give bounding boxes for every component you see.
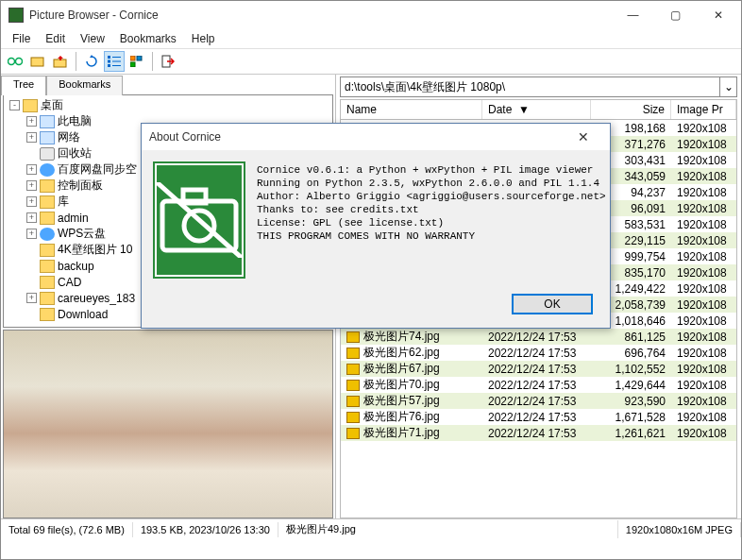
- tree-label: Download: [58, 308, 108, 321]
- svg-rect-16: [183, 190, 206, 203]
- maximize-button[interactable]: ▢: [654, 2, 697, 29]
- drive-icon: [40, 115, 55, 128]
- tree-label: careueyes_183: [58, 292, 135, 305]
- folder-icon: [40, 179, 55, 193]
- minimize-button[interactable]: —: [612, 2, 654, 29]
- file-row[interactable]: 极光图片70.jpg2022/12/24 17:531,429,6441920x…: [341, 377, 736, 393]
- jpg-icon: [346, 380, 360, 391]
- glasses-icon[interactable]: [5, 51, 25, 72]
- col-date[interactable]: Date ▼: [482, 100, 591, 119]
- svg-rect-5: [108, 56, 110, 59]
- tree-label: admin: [58, 212, 89, 225]
- folder-icon: [40, 276, 55, 289]
- file-row[interactable]: 极光图片74.jpg2022/12/24 17:53861,1251920x10…: [341, 329, 736, 345]
- col-image-props[interactable]: Image Pr: [671, 100, 736, 119]
- toolbar: [1, 48, 741, 75]
- about-close-button[interactable]: ✕: [565, 129, 602, 144]
- tree-label: WPS云盘: [58, 226, 106, 242]
- folder-icon: [40, 244, 55, 257]
- recycle-icon: [40, 147, 55, 161]
- cloud-icon: [40, 228, 55, 241]
- preview-pane: [3, 330, 333, 518]
- jpg-icon: [346, 348, 360, 359]
- svg-rect-12: [137, 56, 142, 60]
- tree-label: 此电脑: [58, 113, 92, 129]
- tree-label: backup: [58, 260, 94, 273]
- about-text: Cornice v0.6.1: a Python + wxPython + PI…: [257, 163, 606, 277]
- preview-image: [4, 331, 332, 518]
- svg-line-18: [157, 182, 242, 258]
- titlebar: Picture Browser - Cornice — ▢ ✕: [1, 1, 741, 29]
- tree-label: 桌面: [41, 97, 63, 113]
- tab-tree[interactable]: Tree: [1, 76, 46, 95]
- menu-edit[interactable]: Edit: [38, 30, 73, 47]
- svg-rect-6: [108, 60, 110, 63]
- exit-icon[interactable]: [158, 51, 178, 72]
- status-fileinfo: 193.5 KB, 2023/10/26 13:30: [133, 522, 278, 537]
- folder-icon: [40, 260, 55, 273]
- jpg-icon: [346, 412, 360, 423]
- refresh-icon[interactable]: [81, 51, 102, 72]
- thumbnail-view-icon[interactable]: [126, 51, 147, 72]
- window-title: Picture Browser - Cornice: [29, 8, 612, 22]
- path-input[interactable]: [340, 76, 720, 97]
- svg-rect-11: [130, 56, 135, 60]
- menu-view[interactable]: View: [73, 30, 112, 47]
- svg-rect-7: [108, 64, 110, 67]
- file-row[interactable]: 极光图片76.jpg2022/12/24 17:531,671,5281920x…: [341, 409, 736, 425]
- tree-label: 百度网盘同步空: [58, 161, 137, 178]
- drive-icon: [40, 131, 55, 144]
- jpg-icon: [346, 364, 360, 375]
- file-row[interactable]: 极光图片71.jpg2022/12/24 17:531,261,6211920x…: [341, 425, 736, 441]
- about-ok-button[interactable]: OK: [512, 294, 593, 314]
- svg-point-0: [8, 59, 15, 65]
- menu-help[interactable]: Help: [184, 30, 223, 47]
- folder-icon: [40, 292, 55, 305]
- file-row[interactable]: 极光图片57.jpg2022/12/24 17:53923,5901920x10…: [341, 393, 736, 409]
- tree-label: 4K壁纸图片 10: [58, 242, 132, 258]
- menubar: File Edit View Bookmarks Help: [1, 29, 741, 48]
- folder-icon: [40, 195, 55, 209]
- status-total: Total 69 file(s), (72.6 MB): [1, 522, 133, 537]
- svg-rect-3: [31, 58, 43, 66]
- jpg-icon: [346, 396, 360, 407]
- close-button[interactable]: ✕: [697, 2, 739, 29]
- folder-icon: [40, 308, 55, 321]
- folder-icon: [23, 99, 38, 112]
- jpg-icon: [346, 428, 360, 439]
- status-filename: 极光图片49.jpg: [278, 520, 618, 538]
- tree-label: 回收站: [58, 145, 92, 161]
- svg-rect-13: [130, 62, 135, 67]
- tree-node[interactable]: -桌面: [6, 97, 330, 113]
- about-logo-icon: [155, 163, 244, 277]
- col-name[interactable]: Name: [341, 100, 482, 119]
- tree-label: 控制面板: [58, 178, 103, 194]
- tree-label: CAD: [58, 276, 81, 289]
- about-title: About Cornice: [149, 130, 565, 144]
- tree-label: 库: [58, 194, 69, 210]
- menu-bookmarks[interactable]: Bookmarks: [112, 30, 184, 47]
- cloud-icon: [40, 163, 55, 177]
- menu-file[interactable]: File: [5, 30, 38, 47]
- col-size[interactable]: Size: [591, 100, 671, 119]
- folder-up-icon[interactable]: [50, 51, 71, 72]
- svg-point-17: [184, 211, 214, 241]
- tree-label: 网络: [58, 129, 80, 145]
- file-list-header: Name Date ▼ Size Image Pr: [340, 99, 737, 120]
- folder-icon: [40, 212, 55, 225]
- app-icon: [8, 8, 24, 23]
- svg-point-1: [16, 59, 23, 65]
- tab-bookmarks[interactable]: Bookmarks: [46, 76, 123, 95]
- jpg-icon: [346, 331, 360, 343]
- left-tabs: Tree Bookmarks: [1, 75, 335, 94]
- folder-open-icon[interactable]: [27, 51, 48, 72]
- file-row[interactable]: 极光图片62.jpg2022/12/24 17:53696,7641920x10…: [341, 345, 736, 361]
- statusbar: Total 69 file(s), (72.6 MB) 193.5 KB, 20…: [1, 518, 741, 539]
- path-dropdown-icon[interactable]: ⌄: [720, 76, 737, 97]
- svg-rect-4: [54, 59, 66, 67]
- list-view-icon[interactable]: [104, 51, 125, 72]
- about-dialog: About Cornice ✕ Cornice v0.6.1: a Python…: [141, 123, 611, 329]
- status-imageprops: 1920x1080x16M JPEG: [618, 522, 741, 537]
- file-row[interactable]: 极光图片67.jpg2022/12/24 17:531,102,5521920x…: [341, 361, 736, 377]
